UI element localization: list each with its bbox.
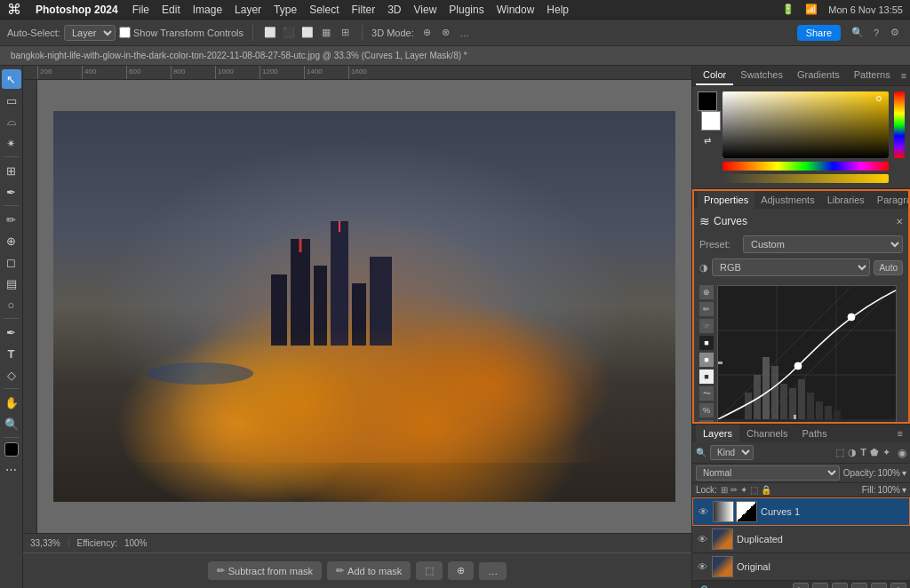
color-panel-options[interactable]: ≡ (898, 68, 910, 83)
curves-percent-tool[interactable]: % (699, 403, 714, 417)
layer-visibility-original[interactable]: 👁 (696, 560, 708, 573)
tab-gradients[interactable]: Gradients (790, 66, 847, 85)
tab-paths[interactable]: Paths (795, 425, 834, 442)
opacity-slider[interactable] (722, 174, 889, 183)
tab-channels[interactable]: Channels (739, 425, 794, 442)
tab-libraries[interactable]: Libraries (821, 191, 871, 209)
lock-brush-icon[interactable]: ✏ (730, 485, 738, 495)
channel-dropdown[interactable]: RGB (712, 258, 870, 276)
mask-options-button-1[interactable]: ⬚ (416, 561, 443, 580)
menu-help[interactable]: Help (547, 4, 569, 16)
color-spectrum-bar[interactable] (894, 91, 905, 158)
blend-mode-select[interactable]: Normal (696, 465, 840, 481)
tool-crop[interactable]: ⊞ (2, 161, 21, 180)
filter-toggle[interactable]: ◉ (898, 447, 906, 459)
tool-lasso[interactable]: ⌓ (2, 112, 21, 131)
layer-adj-button[interactable]: ◑ (832, 583, 848, 588)
show-transform-checkbox[interactable] (119, 27, 131, 38)
menu-plugins[interactable]: Plugins (449, 4, 483, 16)
lock-all-icon[interactable]: 🔒 (761, 485, 771, 495)
properties-close-icon[interactable]: ✕ (896, 217, 903, 226)
tool-pen[interactable]: ✒ (2, 322, 21, 342)
3d-icon-2[interactable]: ⊗ (438, 25, 454, 41)
tool-zoom[interactable]: 🔍 (2, 414, 21, 433)
filter-shape-icon[interactable]: ⬟ (870, 447, 879, 458)
tab-swatches[interactable]: Swatches (733, 66, 790, 85)
curves-sample-mid[interactable]: ■ (699, 353, 714, 367)
background-color[interactable] (701, 111, 721, 131)
foreground-color[interactable] (698, 91, 717, 111)
tool-type[interactable]: T (2, 344, 21, 363)
layers-options[interactable]: ≡ (894, 426, 906, 441)
tab-color[interactable]: Color (696, 66, 733, 85)
3d-icon-1[interactable]: ⊕ (419, 25, 435, 41)
align-center-icon[interactable]: ⬛ (281, 25, 297, 41)
add-mask-button[interactable]: ✏ Add to mask (327, 561, 411, 580)
layer-delete-button[interactable]: 🗑 (890, 583, 906, 588)
layer-item-duplicated[interactable]: 👁 Duplicated (692, 526, 910, 553)
align-right-icon[interactable]: ⬜ (299, 25, 315, 41)
layer-item-curves1[interactable]: 👁 Curves 1 (692, 497, 910, 526)
tool-extras[interactable]: ⋯ (2, 459, 21, 479)
tool-clone[interactable]: ⊕ (2, 231, 21, 250)
curves-smooth-tool[interactable]: 〜 (699, 386, 714, 401)
layer-add-button[interactable]: + (871, 583, 887, 588)
curves-point-tool[interactable]: ⊕ (699, 285, 714, 299)
curves-hand-tool[interactable]: ☞ (699, 319, 714, 333)
opacity-dropdown-icon[interactable]: ▾ (902, 468, 906, 478)
layer-visibility-curves1[interactable]: 👁 (697, 505, 709, 518)
curves-graph[interactable] (717, 285, 897, 422)
foreground-color-swatch[interactable] (4, 442, 19, 457)
tool-gradient[interactable]: ▤ (2, 274, 21, 293)
hue-saturation-field[interactable] (722, 91, 889, 158)
canvas-container[interactable] (37, 80, 691, 533)
layer-group-button[interactable]: 📁 (851, 583, 867, 588)
layer-item-original[interactable]: 👁 Original (692, 553, 910, 581)
tab-paragraph[interactable]: Paragraph (871, 191, 910, 209)
lock-position-icon[interactable]: ✦ (740, 485, 747, 495)
menu-window[interactable]: Window (497, 4, 535, 16)
tool-path[interactable]: ◇ (2, 365, 21, 385)
tab-adjustments[interactable]: Adjustments (754, 191, 821, 209)
distribute-icon[interactable]: ▦ (318, 25, 334, 41)
help-toolbar-icon[interactable]: ? (868, 25, 884, 41)
menu-type[interactable]: Type (274, 4, 297, 16)
fill-value[interactable]: 100% (877, 485, 900, 495)
opacity-value[interactable]: 100% (877, 468, 900, 478)
subtract-mask-button[interactable]: ✏ Subtract from mask (208, 561, 322, 580)
tool-hand[interactable]: ✋ (2, 393, 21, 412)
layer-fx-button[interactable]: fx (793, 583, 809, 588)
tool-eyedropper[interactable]: ✒ (2, 182, 21, 202)
document-tab[interactable]: bangkok-night-life-with-glow-in-the-dark… (0, 46, 910, 66)
lock-artboard-icon[interactable]: ⬚ (750, 485, 758, 495)
preset-dropdown[interactable]: Custom (743, 235, 903, 253)
auto-select-dropdown[interactable]: Layer (64, 25, 116, 41)
menu-file[interactable]: File (132, 4, 149, 16)
menu-select[interactable]: Select (309, 4, 339, 16)
tool-brush[interactable]: ✏ (2, 210, 21, 229)
menu-layer[interactable]: Layer (235, 4, 261, 16)
hue-slider[interactable] (722, 162, 889, 171)
filter-type-icon[interactable]: T (860, 447, 866, 458)
curves-sample-light[interactable]: ■ (699, 369, 714, 384)
filter-pixel-icon[interactable]: ⬚ (835, 447, 844, 458)
prefs-toolbar-icon[interactable]: ⚙ (887, 25, 903, 41)
menu-edit[interactable]: Edit (162, 4, 180, 16)
tool-eraser[interactable]: ◻ (2, 252, 21, 272)
filter-adj-icon[interactable]: ◑ (848, 447, 857, 458)
tab-properties[interactable]: Properties (698, 191, 754, 209)
tab-layers[interactable]: Layers (696, 425, 739, 442)
fill-dropdown-icon[interactable]: ▾ (902, 485, 906, 495)
menu-3d[interactable]: 3D (387, 4, 401, 16)
layer-mask-button[interactable]: ⬚ (812, 583, 828, 588)
tool-magic-wand[interactable]: ✴ (2, 133, 21, 153)
auto-button[interactable]: Auto (874, 260, 903, 275)
tool-marquee[interactable]: ▭ (2, 91, 21, 110)
transform-icon[interactable]: ⊞ (337, 25, 353, 41)
search-toolbar-icon[interactable]: 🔍 (850, 25, 866, 41)
swap-icon[interactable]: ⇄ (704, 136, 711, 146)
share-button[interactable]: Share (797, 25, 841, 41)
more-icon[interactable]: … (457, 25, 473, 41)
align-left-icon[interactable]: ⬜ (262, 25, 278, 41)
menu-view[interactable]: View (414, 4, 437, 16)
